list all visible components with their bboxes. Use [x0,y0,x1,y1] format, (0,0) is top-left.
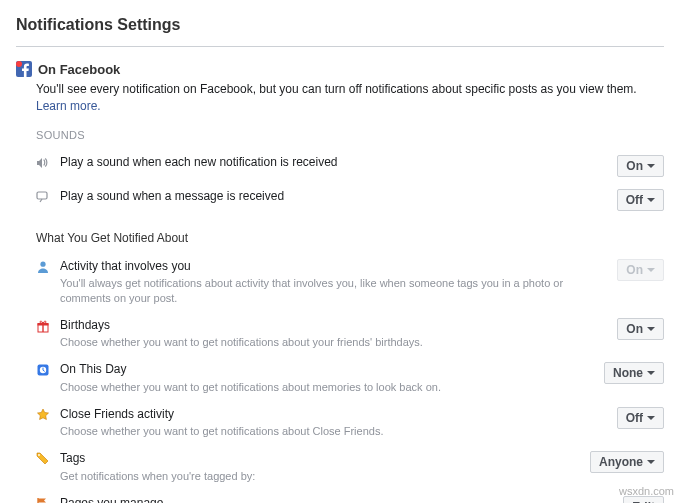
page-title: Notifications Settings [16,0,664,46]
row-tags: Tags Get notifications when you're tagge… [36,445,664,489]
sound-row-message: Play a sound when a message is received … [36,183,664,217]
row-pages-you-manage: Pages you manage Edit [36,490,664,503]
row-sub: Choose whether you want to get notificat… [60,424,607,439]
svg-point-3 [40,261,45,266]
gift-icon [36,319,52,336]
svg-point-9 [38,454,40,456]
svg-rect-2 [37,192,47,199]
chevron-down-icon [647,198,655,202]
activity-toggle: On [617,259,664,281]
tag-icon [36,452,52,469]
sound-notification-toggle[interactable]: On [617,155,664,177]
row-sub: Choose whether you want to get notificat… [60,380,594,395]
row-label: On This Day [60,362,594,378]
button-label: Anyone [599,455,643,469]
sounds-heading: SOUNDS [36,129,664,141]
chevron-down-icon [647,164,655,168]
section-header: On Facebook [16,61,664,77]
chevron-down-icon [647,460,655,464]
speaker-icon [36,156,52,173]
notified-heading: What You Get Notified About [36,231,664,245]
button-label: Off [626,411,643,425]
button-label: On [626,263,643,277]
button-label: None [613,366,643,380]
section-description: You'll see every notification on Faceboo… [36,81,664,115]
row-sub: Get notifications when you're tagged by: [60,469,580,484]
on-this-day-toggle[interactable]: None [604,362,664,384]
sound-row-notification: Play a sound when each new notification … [36,149,664,183]
row-sub: Choose whether you want to get notificat… [60,335,607,350]
facebook-icon [16,61,32,77]
chevron-down-icon [647,327,655,331]
chevron-down-icon [647,268,655,272]
close-friends-toggle[interactable]: Off [617,407,664,429]
birthdays-toggle[interactable]: On [617,318,664,340]
button-label: Off [626,193,643,207]
star-icon [36,408,52,425]
row-activity-involves-you: Activity that involves you You'll always… [36,253,664,312]
row-close-friends: Close Friends activity Choose whether yo… [36,401,664,445]
tags-toggle[interactable]: Anyone [590,451,664,473]
message-sound-icon [36,190,52,207]
sound-label: Play a sound when each new notification … [60,155,607,171]
section-description-text: You'll see every notification on Faceboo… [36,82,637,96]
row-sub: You'll always get notifications about ac… [60,276,607,306]
sound-message-toggle[interactable]: Off [617,189,664,211]
chevron-down-icon [647,416,655,420]
row-label: Tags [60,451,580,467]
chevron-down-icon [647,371,655,375]
row-on-this-day: On This Day Choose whether you want to g… [36,356,664,400]
clock-icon [36,363,52,380]
button-label: On [626,159,643,173]
section-title: On Facebook [38,62,120,77]
sound-label: Play a sound when a message is received [60,189,607,205]
divider [16,46,664,47]
row-label: Close Friends activity [60,407,607,423]
row-label: Activity that involves you [60,259,607,275]
svg-rect-6 [42,323,43,332]
button-label: On [626,322,643,336]
row-label: Birthdays [60,318,607,334]
learn-more-link[interactable]: Learn more. [36,99,101,113]
button-label: Edit [632,500,655,503]
flag-icon [36,497,52,503]
row-label: Pages you manage [60,496,613,503]
pages-edit-button[interactable]: Edit [623,496,664,503]
row-birthdays: Birthdays Choose whether you want to get… [36,312,664,356]
svg-point-1 [16,61,22,67]
person-icon [36,260,52,277]
